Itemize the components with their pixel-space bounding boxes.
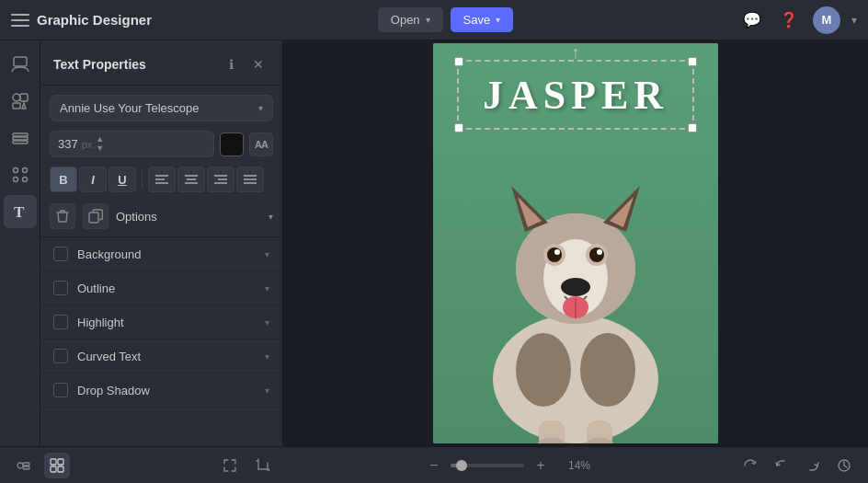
zoom-slider-thumb[interactable] bbox=[456, 460, 467, 471]
align-center-button[interactable] bbox=[177, 167, 205, 192]
canvas[interactable]: ↑ JASPER bbox=[433, 43, 718, 443]
delete-button[interactable] bbox=[50, 203, 75, 229]
font-size-row: 337 px ▲ ▼ AA bbox=[40, 127, 282, 161]
checkbox-highlight-item[interactable] bbox=[53, 315, 68, 329]
menu-button[interactable] bbox=[11, 11, 29, 29]
sidebar-icon-text[interactable]: T bbox=[4, 195, 37, 228]
underline-button[interactable]: U bbox=[108, 167, 136, 192]
duplicate-button[interactable] bbox=[83, 203, 108, 229]
save-chevron-icon: ▾ bbox=[496, 15, 500, 25]
text-transform-button[interactable]: AA bbox=[249, 132, 273, 156]
background-item[interactable]: Background ▾ bbox=[40, 237, 282, 271]
highlight-item[interactable]: Highlight ▾ bbox=[40, 305, 282, 339]
outline-item[interactable]: Outline ▾ bbox=[40, 271, 282, 305]
svg-rect-53 bbox=[51, 466, 56, 472]
handle-bottom-right[interactable] bbox=[688, 123, 697, 132]
expand-button[interactable] bbox=[217, 453, 243, 478]
svg-point-43 bbox=[580, 333, 635, 407]
checkbox-curved-text-item[interactable] bbox=[53, 349, 68, 363]
save-button[interactable]: Save ▾ bbox=[451, 7, 514, 32]
sidebar-icon-layers[interactable] bbox=[4, 121, 37, 155]
svg-point-35 bbox=[547, 247, 562, 262]
align-justify-button[interactable] bbox=[236, 167, 264, 192]
sidebar-icon-user[interactable] bbox=[4, 48, 37, 81]
font-size-down-button[interactable]: ▼ bbox=[96, 144, 104, 153]
rotation-handle[interactable]: ↑ bbox=[572, 43, 580, 63]
redo-button[interactable] bbox=[800, 453, 826, 478]
checkbox-outline-item[interactable] bbox=[53, 281, 68, 295]
bold-button[interactable]: B bbox=[50, 167, 77, 192]
undo-button[interactable] bbox=[769, 453, 794, 478]
handle-top-left[interactable] bbox=[454, 57, 463, 66]
svg-rect-6 bbox=[13, 141, 28, 144]
svg-rect-50 bbox=[23, 466, 29, 469]
svg-rect-0 bbox=[14, 57, 27, 66]
svg-point-48 bbox=[17, 463, 23, 468]
close-panel-button[interactable]: ✕ bbox=[247, 53, 269, 75]
checkbox-drop-shadow-item[interactable] bbox=[53, 383, 68, 397]
canvas-area[interactable]: ↑ JASPER bbox=[283, 40, 868, 446]
curved-text-item[interactable]: Curved Text ▾ bbox=[40, 339, 282, 374]
bottom-bar: − + 14% bbox=[0, 446, 868, 483]
zoom-controls: − + 14% bbox=[423, 454, 590, 477]
app-title: Graphic Designer bbox=[37, 12, 152, 28]
chevron-drop-shadow-item: ▾ bbox=[265, 385, 269, 396]
crop-button[interactable] bbox=[250, 453, 276, 478]
options-row: Options ▾ bbox=[40, 200, 282, 237]
chevron-curved-text-item: ▾ bbox=[265, 351, 269, 362]
font-selector[interactable]: Annie Use Your Telescope ▾ bbox=[50, 95, 273, 121]
sidebar-icon-elements[interactable] bbox=[4, 85, 37, 118]
comment-button[interactable]: 💬 bbox=[739, 7, 765, 33]
svg-point-9 bbox=[13, 178, 17, 182]
drop-shadow-item[interactable]: Drop Shadow ▾ bbox=[40, 374, 282, 408]
refresh-button[interactable] bbox=[737, 453, 763, 478]
tile-view-button[interactable] bbox=[44, 453, 70, 478]
align-right-button[interactable] bbox=[207, 167, 234, 192]
svg-rect-24 bbox=[89, 213, 98, 223]
font-chevron-icon: ▾ bbox=[258, 103, 263, 113]
options-chevron-icon: ▾ bbox=[268, 212, 273, 222]
svg-rect-49 bbox=[23, 463, 29, 466]
svg-rect-4 bbox=[13, 133, 28, 136]
left-sidebar: T bbox=[0, 40, 40, 446]
help-button[interactable]: ❓ bbox=[776, 7, 802, 33]
svg-rect-54 bbox=[58, 466, 63, 472]
text-selection-box[interactable]: ↑ JASPER bbox=[457, 60, 694, 130]
header-center: Open ▾ Save ▾ bbox=[152, 7, 739, 32]
svg-point-38 bbox=[597, 249, 602, 255]
font-size-box[interactable]: 337 px ▲ ▼ bbox=[50, 131, 214, 157]
align-left-button[interactable] bbox=[148, 167, 176, 192]
jasper-text[interactable]: JASPER bbox=[483, 72, 668, 119]
zoom-out-button[interactable]: − bbox=[423, 454, 445, 477]
italic-button[interactable]: I bbox=[79, 167, 107, 192]
open-chevron-icon: ▾ bbox=[426, 15, 430, 25]
info-button[interactable]: ℹ bbox=[220, 53, 242, 75]
font-size-value: 337 bbox=[58, 137, 78, 151]
history-button[interactable] bbox=[831, 453, 857, 478]
main: T Text Properties ℹ ✕ Annie Use Your Tel… bbox=[0, 40, 868, 446]
svg-point-42 bbox=[516, 333, 571, 407]
checkbox-list: Background ▾ Outline ▾ Highlight ▾ Curve… bbox=[40, 237, 282, 408]
avatar[interactable]: M bbox=[813, 6, 840, 34]
zoom-in-button[interactable]: + bbox=[530, 454, 552, 477]
sidebar-icon-components[interactable] bbox=[4, 158, 37, 191]
open-button[interactable]: Open ▾ bbox=[378, 7, 443, 32]
svg-point-7 bbox=[13, 168, 17, 173]
svg-rect-51 bbox=[51, 459, 56, 465]
checkbox-background-item[interactable] bbox=[53, 247, 68, 261]
font-size-up-button[interactable]: ▲ bbox=[96, 135, 104, 144]
avatar-chevron-icon: ▾ bbox=[851, 14, 857, 27]
grid-view-button[interactable] bbox=[11, 453, 37, 478]
chevron-highlight-item: ▾ bbox=[265, 317, 269, 328]
handle-top-right[interactable] bbox=[688, 57, 697, 66]
color-swatch[interactable] bbox=[220, 132, 244, 156]
panel-title: Text Properties bbox=[53, 57, 146, 72]
panel-header-icons: ℹ ✕ bbox=[220, 53, 269, 75]
svg-point-39 bbox=[561, 278, 590, 296]
panel-header: Text Properties ℹ ✕ bbox=[40, 40, 282, 86]
panel-header-left: Text Properties bbox=[53, 57, 146, 72]
handle-bottom-left[interactable] bbox=[454, 123, 463, 132]
font-name-label: Annie Use Your Telescope bbox=[60, 101, 258, 115]
svg-point-37 bbox=[554, 249, 560, 255]
zoom-slider[interactable] bbox=[451, 464, 524, 467]
